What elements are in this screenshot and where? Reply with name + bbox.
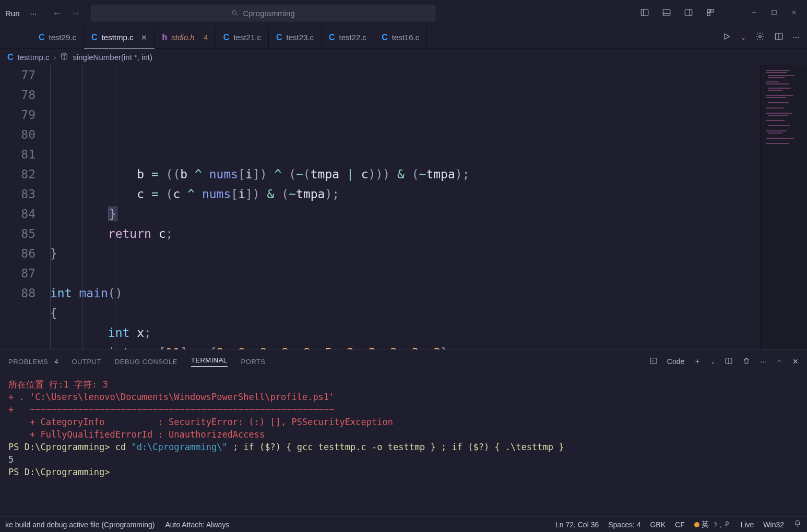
svg-line-1: [236, 14, 238, 16]
panel-tab-problems[interactable]: PROBLEMS: [8, 358, 48, 366]
panel-maximize-icon[interactable]: [776, 357, 783, 366]
menu-run[interactable]: Run: [5, 9, 20, 18]
line-gutter: 777879808182838485868788: [0, 65, 47, 349]
layout-panel-icon[interactable]: [662, 8, 671, 19]
c-file-icon: C: [7, 53, 14, 62]
problems-badge: 4: [54, 358, 58, 366]
tab-stdio-h[interactable]: hstdio.h4: [155, 26, 216, 49]
tab-label: test29.c: [49, 33, 77, 42]
split-terminal-icon[interactable]: [725, 357, 733, 367]
tab-test22-c[interactable]: Ctest22.c: [322, 26, 374, 49]
command-center[interactable]: Cprogramming: [91, 5, 435, 21]
tab-test29-c[interactable]: Ctest29.c: [31, 26, 84, 49]
svg-marker-15: [725, 33, 729, 39]
moon-icon: ☽: [711, 521, 718, 529]
tab-bar: Ctest29.cCtesttmp.c✕hstdio.h4Ctest21.cCt…: [0, 26, 807, 49]
layout-sidebar-right-icon[interactable]: [684, 8, 693, 19]
panel-tab-debug-console[interactable]: DEBUG CONSOLE: [115, 358, 177, 366]
minimap[interactable]: [760, 65, 807, 349]
c-file-icon: C: [39, 33, 45, 42]
panel-close-icon[interactable]: ✕: [792, 357, 799, 366]
code-line[interactable]: int arr[11] = {9, 9, 9, 9, 9, 5, 3, 3, 3…: [50, 343, 760, 349]
svg-rect-9: [711, 9, 714, 12]
search-icon: [231, 9, 239, 17]
status-eol[interactable]: CF: [675, 521, 685, 529]
tab-test21-c[interactable]: Ctest21.c: [216, 26, 269, 49]
search-placeholder: Cprogramming: [243, 9, 294, 18]
gear-icon[interactable]: [755, 32, 765, 43]
code-line[interactable]: int x;: [50, 323, 760, 343]
h-file-icon: h: [162, 33, 168, 42]
chevron-down-icon[interactable]: ⌄: [741, 34, 746, 41]
code-line[interactable]: b = ((b ^ nums[i]) ^ (~(tmpa | c))) & (~…: [50, 164, 760, 184]
code-area[interactable]: b = ((b ^ nums[i]) ^ (~(tmpa | c))) & (~…: [47, 65, 760, 349]
status-task[interactable]: ke build and debug active file (Cprogram…: [5, 521, 155, 529]
split-editor-icon[interactable]: [774, 32, 784, 43]
status-auto-attach[interactable]: Auto Attach: Always: [165, 521, 229, 529]
terminal-dropdown-icon[interactable]: ⌄: [710, 358, 715, 365]
breadcrumb-symbol: singleNumber(int *, int): [73, 53, 152, 62]
svg-rect-10: [707, 13, 710, 15]
new-terminal-icon[interactable]: ＋: [694, 357, 701, 366]
panel-tab-ports[interactable]: PORTS: [241, 358, 266, 366]
window-maximize-icon[interactable]: [770, 9, 778, 18]
minimap-content-icon: [764, 68, 801, 183]
breadcrumb-file: testtmp.c: [18, 53, 50, 62]
svg-point-0: [233, 10, 236, 14]
svg-rect-2: [641, 9, 648, 16]
svg-rect-12: [772, 10, 776, 14]
code-line[interactable]: }: [50, 244, 760, 263]
status-indentation[interactable]: Spaces: 4: [608, 521, 640, 529]
tab-actions: ⌄ ···: [715, 26, 807, 49]
menu-more[interactable]: ···: [30, 9, 37, 18]
code-line[interactable]: c = (c ^ nums[i]) & (~tmpa);: [50, 184, 760, 204]
tab-testtmp-c[interactable]: Ctesttmp.c✕: [84, 26, 155, 49]
terminal-profile-icon[interactable]: [649, 357, 658, 367]
tab-label: test21.c: [233, 33, 261, 42]
nav-forward-icon[interactable]: →: [71, 8, 80, 19]
code-line[interactable]: [50, 263, 760, 283]
menubar: Run ···: [5, 9, 37, 18]
status-encoding[interactable]: GBK: [650, 521, 666, 529]
status-ln-col[interactable]: Ln 72, Col 36: [555, 521, 599, 529]
code-line[interactable]: {: [50, 303, 760, 323]
panel-tab-terminal[interactable]: TERMINAL: [191, 356, 228, 367]
terminal-profile-label[interactable]: Code: [667, 357, 684, 366]
terminal-output[interactable]: 所在位置 行:1 字符: 3 + . 'C:\Users\lenovo\Docu…: [0, 373, 807, 483]
c-file-icon: C: [329, 33, 335, 42]
nav-back-icon[interactable]: ←: [52, 8, 62, 19]
status-ime[interactable]: 英 ☽ ,: [694, 520, 731, 529]
panel-tab-output[interactable]: OUTPUT: [72, 358, 101, 366]
breadcrumb[interactable]: C testtmp.c › singleNumber(int *, int): [0, 49, 807, 65]
close-icon[interactable]: ✕: [141, 33, 147, 42]
more-actions-icon[interactable]: ···: [793, 33, 800, 42]
code-line[interactable]: }: [50, 204, 760, 224]
title-bar: Run ··· ← → Cprogramming: [0, 0, 807, 26]
tab-label: testtmp.c: [102, 33, 134, 42]
kill-terminal-icon[interactable]: [742, 357, 751, 367]
layout-customize-icon[interactable]: [706, 8, 715, 19]
tab-label: stdio.h: [171, 33, 194, 42]
editor[interactable]: 777879808182838485868788 b = ((b ^ nums[…: [0, 65, 807, 349]
tab-label: test22.c: [339, 33, 367, 42]
svg-rect-4: [663, 9, 670, 16]
tab-test16-c[interactable]: Ctest16.c: [374, 26, 427, 49]
panel-tab-bar: PROBLEMS 4 OUTPUT DEBUG CONSOLE TERMINAL…: [0, 350, 807, 373]
notifications-icon[interactable]: [793, 519, 802, 529]
window-minimize-icon[interactable]: [751, 9, 758, 18]
svg-rect-8: [707, 9, 710, 12]
run-debug-icon[interactable]: [722, 32, 731, 43]
svg-point-16: [758, 35, 761, 38]
c-file-icon: C: [223, 33, 230, 42]
window-close-icon[interactable]: [790, 9, 798, 18]
c-file-icon: C: [91, 33, 98, 42]
panel-more-icon[interactable]: ···: [760, 357, 766, 366]
tab-label: test23.c: [287, 33, 314, 42]
layout-sidebar-left-icon[interactable]: [640, 8, 649, 19]
code-line[interactable]: int main(): [50, 283, 760, 303]
status-platform[interactable]: Win32: [763, 521, 784, 529]
tab-label: test16.c: [392, 33, 420, 42]
tab-test23-c[interactable]: Ctest23.c: [269, 26, 322, 49]
status-live[interactable]: Live: [741, 521, 754, 529]
code-line[interactable]: return c;: [50, 224, 760, 244]
